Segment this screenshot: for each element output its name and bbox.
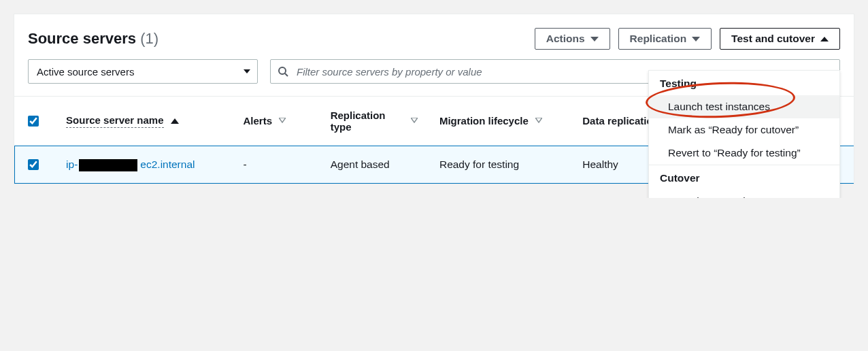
svg-marker-3 <box>411 118 418 122</box>
actions-button[interactable]: Actions <box>535 28 610 50</box>
caret-up-icon <box>820 37 829 41</box>
menu-group-cutover: Cutover <box>649 165 839 190</box>
caret-down-icon <box>590 37 599 41</box>
svg-point-0 <box>279 67 286 74</box>
caret-down-icon <box>692 37 700 41</box>
title-text: Source servers <box>28 30 136 47</box>
col-replication-type[interactable]: Replication type <box>320 97 429 146</box>
cell-alerts: - <box>233 146 320 184</box>
menu-launch-test-instances[interactable]: Launch test instances <box>649 95 839 118</box>
col-data-replication-label: Data replication <box>582 115 659 127</box>
col-alerts[interactable]: Alerts <box>233 97 320 146</box>
status-filter-value: Active source servers <box>37 66 134 78</box>
actions-label: Actions <box>546 33 585 45</box>
status-filter-select[interactable]: Active source servers <box>28 59 258 84</box>
svg-marker-2 <box>279 118 286 122</box>
col-name-label: Source server name <box>66 114 163 128</box>
col-alerts-label: Alerts <box>244 115 273 127</box>
col-replication-type-label: Replication type <box>331 110 404 133</box>
menu-group-testing: Testing <box>649 71 839 95</box>
cell-name: ip-ec2.internal <box>55 146 232 184</box>
cell-lifecycle: Ready for testing <box>429 146 571 184</box>
menu-mark-ready-cutover[interactable]: Mark as “Ready for cutover” <box>649 118 839 141</box>
cell-replication-type: Agent based <box>320 146 429 184</box>
sort-icon <box>279 118 286 124</box>
test-cutover-button[interactable]: Test and cutover <box>720 28 840 50</box>
row-checkbox[interactable] <box>28 159 39 170</box>
col-lifecycle[interactable]: Migration lifecycle <box>429 97 571 146</box>
cell-select <box>14 146 55 184</box>
replication-button[interactable]: Replication <box>618 28 712 50</box>
replication-label: Replication <box>630 33 687 45</box>
test-cutover-label: Test and cutover <box>731 33 815 45</box>
title-count: (1) <box>140 30 158 47</box>
sort-icon <box>411 118 418 124</box>
search-icon <box>278 66 288 77</box>
redacted-block <box>79 159 137 171</box>
action-buttons: Actions Replication Test and cutover <box>535 28 840 50</box>
panel-header: Source servers (1) Actions Replication T… <box>28 28 840 50</box>
col-lifecycle-label: Migration lifecycle <box>439 115 529 127</box>
svg-line-1 <box>285 73 288 76</box>
select-all-checkbox[interactable] <box>28 116 39 127</box>
test-cutover-menu: Testing Launch test instances Mark as “R… <box>648 70 840 198</box>
caret-down-icon <box>244 69 250 73</box>
sort-icon <box>535 118 542 124</box>
name-suffix: ec2.internal <box>140 158 195 170</box>
col-name[interactable]: Source server name <box>55 97 232 146</box>
server-name-link[interactable]: ip-ec2.internal <box>66 158 195 170</box>
name-prefix: ip- <box>66 158 78 170</box>
sort-asc-icon <box>171 118 179 124</box>
menu-revert-ready-testing[interactable]: Revert to “Ready for testing” <box>649 141 839 165</box>
col-select <box>14 97 55 146</box>
menu-launch-cutover-instances[interactable]: Launch cutover instances <box>649 190 839 198</box>
svg-marker-4 <box>535 118 542 122</box>
source-servers-panel: Source servers (1) Actions Replication T… <box>14 14 854 184</box>
page-title: Source servers (1) <box>28 30 158 48</box>
